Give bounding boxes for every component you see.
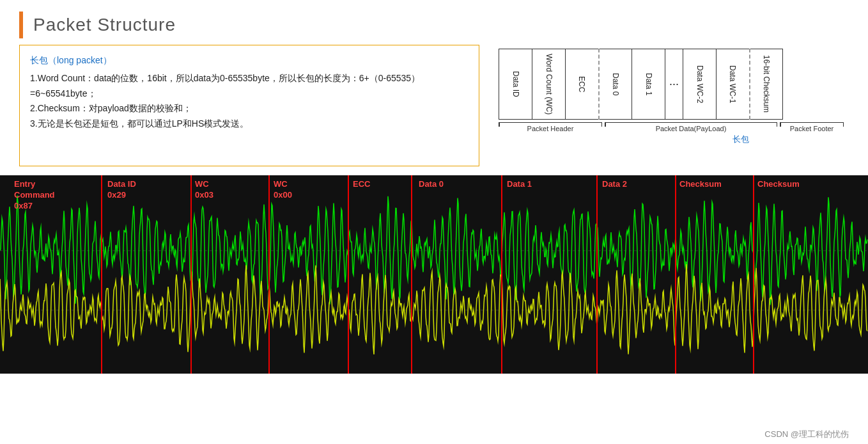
col-checksum: 16-bit Checksum bbox=[750, 49, 783, 120]
col-data-id: Data ID bbox=[499, 49, 532, 120]
wf-divider-1 bbox=[101, 175, 102, 374]
wf-divider-5 bbox=[411, 175, 412, 374]
page-title: Packet Structure bbox=[33, 15, 176, 35]
col-data-wc2: Data WC-2 bbox=[683, 49, 717, 120]
wf-divider-6 bbox=[501, 175, 502, 374]
waveform-canvas bbox=[0, 175, 868, 374]
wf-label-checksum2: Checksum bbox=[757, 179, 800, 189]
label-packet-header: Packet Header bbox=[499, 122, 602, 132]
main-content: 长包（long packet） 1.Word Count：data的位数，16b… bbox=[0, 45, 868, 166]
wf-label-data2: Data 2 bbox=[602, 179, 627, 189]
wf-label-dataid: Data ID0x29 bbox=[107, 179, 136, 201]
wf-label-data0: Data 0 bbox=[419, 179, 444, 189]
packet-diagram: Data ID Word Count (WC) ECC Data 0 Data … bbox=[499, 45, 849, 166]
col-dots: ··· bbox=[665, 49, 683, 120]
wf-label-ecc: ECC bbox=[353, 179, 370, 189]
wf-divider-9 bbox=[753, 175, 754, 374]
wf-label-wc1: WC0x03 bbox=[195, 179, 213, 201]
label-packet-footer: Packet Footer bbox=[780, 122, 844, 132]
wf-label-entry: EntryCommand0x87 bbox=[14, 179, 55, 212]
wf-divider-4 bbox=[348, 175, 349, 374]
textbox-line-1: 1.Word Count：data的位数，16bit，所以data为0-6553… bbox=[30, 71, 469, 102]
wf-label-checksum1: Checksum bbox=[679, 179, 722, 189]
col-word-count: Word Count (WC) bbox=[532, 49, 566, 120]
wf-divider-2 bbox=[190, 175, 192, 374]
orange-accent-bar bbox=[19, 12, 23, 38]
long-packet-label: 长包 bbox=[633, 134, 849, 145]
textbox-title: 长包（long packet） bbox=[30, 53, 469, 68]
packet-table: Data ID Word Count (WC) ECC Data 0 Data … bbox=[499, 49, 783, 120]
wf-divider-3 bbox=[268, 175, 270, 374]
label-packet-payload: Packet Data(PayLoad) bbox=[605, 122, 777, 132]
col-data1: Data 1 bbox=[632, 49, 665, 120]
col-data-wc1: Data WC-1 bbox=[717, 49, 750, 120]
textbox-line-3: 3.无论是长包还是短包，都可以通过LP和HS模式发送。 bbox=[30, 116, 469, 132]
col-ecc: ECC bbox=[566, 49, 599, 120]
wf-label-data1: Data 1 bbox=[507, 179, 532, 189]
header: Packet Structure bbox=[0, 0, 868, 45]
textbox-line-2: 2.Checksum：对payload数据的校验和； bbox=[30, 101, 469, 116]
waveform-section: EntryCommand0x87 Data ID0x29 WC0x03 WC0x… bbox=[0, 175, 868, 374]
packet-table-wrap: Data ID Word Count (WC) ECC Data 0 Data … bbox=[499, 49, 849, 145]
col-data0: Data 0 bbox=[599, 49, 632, 120]
footer-text: CSDN @理工科的忧伤 bbox=[764, 429, 849, 439]
packet-labels: Packet Header Packet Data(PayLoad) Packe… bbox=[499, 122, 849, 132]
footer: CSDN @理工科的忧伤 bbox=[764, 429, 849, 440]
description-box: 长包（long packet） 1.Word Count：data的位数，16b… bbox=[19, 45, 479, 166]
wf-divider-7 bbox=[596, 175, 598, 374]
wf-label-wc2: WC0x00 bbox=[274, 179, 292, 201]
wf-divider-8 bbox=[675, 175, 676, 374]
